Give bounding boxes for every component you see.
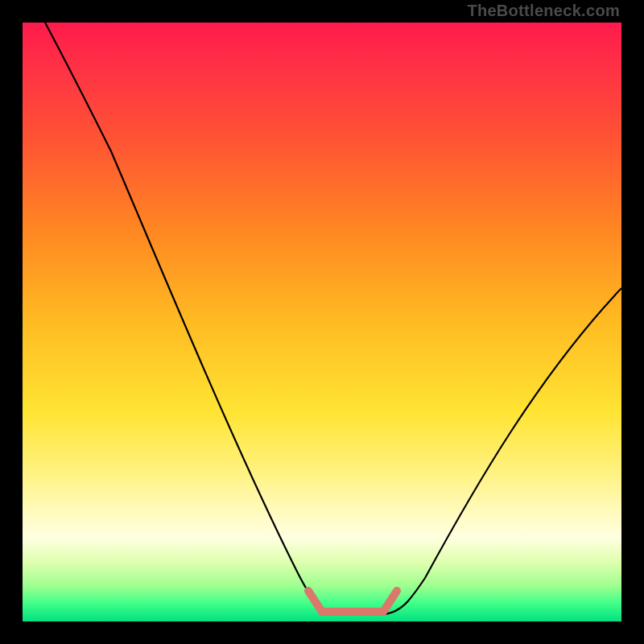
chart-frame: TheBottleneck.com (0, 0, 644, 644)
curve-layer (23, 23, 621, 621)
bottleneck-curve (45, 23, 621, 614)
watermark-text: TheBottleneck.com (467, 2, 620, 20)
plot-area (23, 23, 621, 621)
optimal-range-marker (308, 591, 397, 612)
